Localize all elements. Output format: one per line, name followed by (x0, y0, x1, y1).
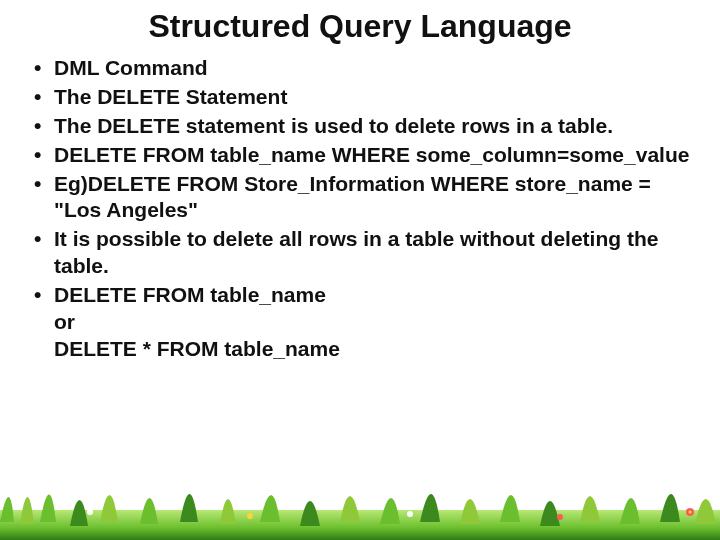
bullet-text: DELETE FROM table_name WHERE some_column… (54, 143, 689, 166)
bullet-item: The DELETE statement is used to delete r… (30, 113, 702, 140)
bullet-text: It is possible to delete all rows in a t… (54, 227, 658, 277)
bullet-text: DML Command (54, 56, 208, 79)
svg-point-3 (407, 511, 413, 517)
bullet-text: Eg)DELETE FROM Store_Information WHERE s… (54, 172, 651, 222)
slide: Structured Query Language DML Command Th… (0, 0, 720, 540)
bullet-list: DML Command The DELETE Statement The DEL… (30, 55, 702, 363)
svg-point-1 (87, 509, 93, 515)
bullet-item: It is possible to delete all rows in a t… (30, 226, 702, 280)
bullet-text: The DELETE statement is used to delete r… (54, 114, 613, 137)
bullet-text: DELETE FROM table_name or DELETE * FROM … (54, 283, 340, 360)
bullet-item: Eg)DELETE FROM Store_Information WHERE s… (30, 171, 702, 225)
svg-point-6 (688, 510, 691, 513)
grass-icon (0, 462, 720, 540)
bullet-item: DELETE FROM table_name or DELETE * FROM … (30, 282, 702, 363)
slide-content: DML Command The DELETE Statement The DEL… (0, 55, 720, 363)
bullet-item-highlighted: DELETE FROM table_name WHERE some_column… (30, 142, 702, 169)
bullet-item: The DELETE Statement (30, 84, 702, 111)
svg-point-4 (557, 514, 563, 520)
svg-point-2 (247, 513, 253, 519)
bullet-item: DML Command (30, 55, 702, 82)
slide-title: Structured Query Language (0, 0, 720, 55)
bullet-text: The DELETE Statement (54, 85, 287, 108)
grass-footer (0, 462, 720, 540)
